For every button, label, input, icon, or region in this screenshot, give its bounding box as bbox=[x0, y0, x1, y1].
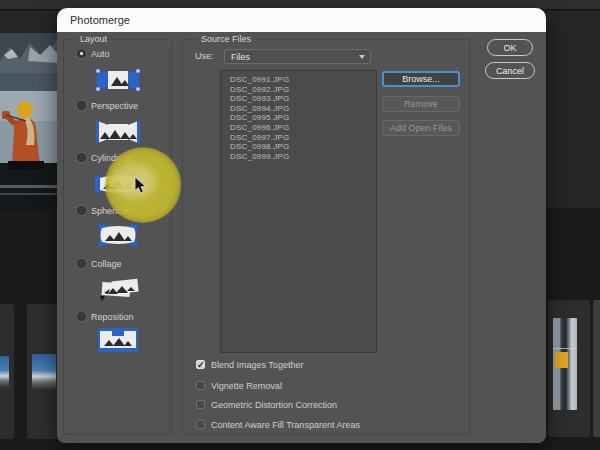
auto-layout-icon bbox=[94, 67, 142, 93]
layout-option-label: Collage bbox=[91, 259, 122, 269]
background-photo-canoe bbox=[0, 33, 57, 210]
layout-option-reposition[interactable]: Reposition bbox=[77, 311, 134, 322]
layout-option-collage[interactable]: Collage bbox=[77, 258, 122, 269]
remove-button[interactable]: Remove bbox=[382, 96, 460, 112]
radio-spherical[interactable] bbox=[77, 206, 86, 215]
layout-option-perspective[interactable]: Perspective bbox=[77, 100, 138, 111]
layout-option-label: Auto bbox=[91, 49, 110, 59]
file-list-item[interactable]: DSC_0996.JPG bbox=[230, 123, 376, 133]
content-aware-fill-checkbox[interactable] bbox=[196, 420, 205, 429]
chevron-down-icon bbox=[359, 55, 365, 59]
checkbox-label: Blend Images Together bbox=[211, 360, 303, 370]
collage-layout-icon bbox=[94, 277, 142, 303]
use-dropdown[interactable]: Files bbox=[224, 49, 371, 64]
layout-option-label: Reposition bbox=[91, 312, 134, 322]
reposition-layout-icon bbox=[94, 327, 142, 353]
radio-cylindrical[interactable] bbox=[77, 153, 86, 162]
dialog-body: Layout Auto Perspective bbox=[57, 32, 546, 443]
ok-button[interactable]: OK bbox=[487, 39, 533, 56]
filmstrip-panel-edge[interactable] bbox=[593, 300, 600, 437]
file-list-item[interactable]: DSC_0992.JPG bbox=[230, 85, 376, 95]
mouse-cursor-icon bbox=[134, 177, 148, 199]
layout-option-label: Spherical bbox=[91, 206, 129, 216]
filmstrip-thumbnail-2[interactable] bbox=[32, 354, 56, 390]
add-open-files-button[interactable]: Add Open Files bbox=[382, 120, 460, 136]
layout-option-label: Perspective bbox=[91, 101, 138, 111]
filmstrip-thumbnail-1[interactable] bbox=[0, 356, 9, 388]
file-list-item[interactable]: DSC_0991.JPG bbox=[230, 75, 376, 85]
filmstrip-thumbnail-city[interactable] bbox=[553, 318, 577, 410]
radio-auto[interactable] bbox=[77, 49, 86, 58]
vignette-removal-checkbox[interactable] bbox=[196, 381, 205, 390]
layout-option-cylindrical[interactable]: Cylindrical bbox=[77, 152, 133, 163]
radio-reposition[interactable] bbox=[77, 312, 86, 321]
perspective-layout-icon bbox=[94, 119, 142, 145]
content-aware-fill-option[interactable]: Content Aware Fill Transparent Areas bbox=[196, 419, 360, 430]
file-list-item[interactable]: DSC_0994.JPG bbox=[230, 104, 376, 114]
thumbnail-seam bbox=[553, 348, 577, 349]
dialog-titlebar[interactable]: Photomerge bbox=[57, 8, 546, 32]
geometric-distortion-checkbox[interactable] bbox=[196, 400, 205, 409]
radio-perspective[interactable] bbox=[77, 101, 86, 110]
vignette-removal-option[interactable]: Vignette Removal bbox=[196, 380, 282, 391]
use-label: Use: bbox=[195, 51, 214, 61]
use-dropdown-value: Files bbox=[231, 52, 250, 62]
dialog-title: Photomerge bbox=[70, 14, 130, 26]
source-files-group-label: Source Files bbox=[197, 34, 255, 44]
checkbox-label: Geometric Distortion Correction bbox=[211, 400, 337, 410]
cancel-button[interactable]: Cancel bbox=[485, 62, 535, 79]
layout-option-label: Cylindrical bbox=[91, 153, 133, 163]
thumbnail-yellow-truck bbox=[555, 352, 568, 368]
geometric-distortion-option[interactable]: Geometric Distortion Correction bbox=[196, 399, 337, 410]
checkbox-label: Content Aware Fill Transparent Areas bbox=[211, 420, 360, 430]
file-list-item[interactable]: DSC_0995.JPG bbox=[230, 113, 376, 123]
blend-images-checkbox[interactable] bbox=[196, 360, 205, 369]
browse-button[interactable]: Browse... bbox=[382, 71, 460, 87]
file-list-item[interactable]: DSC_0993.JPG bbox=[230, 94, 376, 104]
spherical-layout-icon bbox=[94, 222, 142, 248]
layout-option-spherical[interactable]: Spherical bbox=[77, 205, 129, 216]
layout-option-auto[interactable]: Auto bbox=[77, 48, 110, 59]
checkbox-label: Vignette Removal bbox=[211, 381, 282, 391]
file-list-item[interactable]: DSC_0999.JPG bbox=[230, 152, 376, 162]
photomerge-dialog: Photomerge Layout Auto P bbox=[57, 8, 546, 443]
layout-group-label: Layout bbox=[76, 34, 111, 44]
source-file-list[interactable]: DSC_0991.JPG DSC_0992.JPG DSC_0993.JPG D… bbox=[220, 70, 377, 353]
file-list-item[interactable]: DSC_0998.JPG bbox=[230, 142, 376, 152]
blend-images-together-option[interactable]: Blend Images Together bbox=[196, 359, 303, 370]
file-list-item[interactable]: DSC_0997.JPG bbox=[230, 133, 376, 143]
radio-collage[interactable] bbox=[77, 259, 86, 268]
